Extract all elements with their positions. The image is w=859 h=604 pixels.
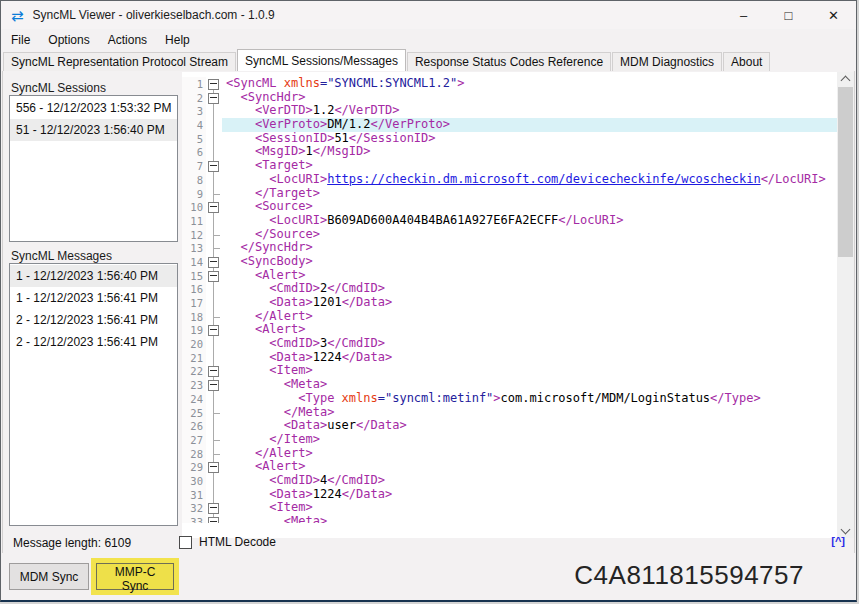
fold-margin[interactable]: [206, 159, 222, 173]
list-item[interactable]: 1 - 12/12/2023 1:56:41 PM: [10, 287, 177, 309]
code-token: <VerDTD>: [255, 103, 313, 117]
tab-response-status-codes-reference[interactable]: Response Status Codes Reference: [407, 52, 611, 71]
fold-collapse-icon[interactable]: [208, 462, 219, 473]
tab-mdm-diagnostics[interactable]: MDM Diagnostics: [612, 52, 722, 71]
mmpc-sync-button[interactable]: MMP-C Sync: [96, 563, 174, 590]
html-decode-checkbox[interactable]: [179, 536, 192, 549]
fold-collapse-icon[interactable]: [208, 93, 219, 104]
list-item[interactable]: 51 - 12/12/2023 1:56:40 PM: [10, 119, 177, 141]
fold-margin[interactable]: [206, 269, 222, 283]
editor-scrollbar[interactable]: [837, 72, 854, 538]
fold-end-tick: [214, 317, 220, 318]
scrollbar-thumb[interactable]: [838, 87, 853, 257]
code-line: 8 <LocURI>https://checkin.dm.microsoft.c…: [182, 173, 837, 187]
fold-margin[interactable]: [206, 378, 222, 392]
fold-connector-line: [213, 488, 214, 502]
code-token: </VerProto>: [371, 117, 450, 131]
fold-margin[interactable]: [206, 501, 222, 515]
fold-margin: [206, 419, 222, 433]
html-decode-control[interactable]: HTML Decode: [179, 535, 276, 549]
sessions-listbox[interactable]: 556 - 12/12/2023 1:53:32 PM51 - 12/12/20…: [9, 95, 178, 242]
code-text: </Item>: [222, 433, 837, 447]
minimize-button[interactable]: –: [721, 1, 766, 29]
fold-margin[interactable]: [206, 515, 222, 523]
code-lines: 1<SyncML xmlns="SYNCML:SYNCML1.2">2 <Syn…: [182, 77, 837, 523]
line-number: 11: [182, 214, 206, 228]
fold-connector-line: [213, 474, 214, 488]
fold-margin: [206, 351, 222, 365]
code-line: 21 <Data>1224</Data>: [182, 351, 837, 365]
fold-connector-line: [213, 132, 214, 146]
list-item[interactable]: 2 - 12/12/2023 1:56:41 PM: [10, 309, 177, 331]
list-item[interactable]: 556 - 12/12/2023 1:53:32 PM: [10, 97, 177, 119]
fold-margin: [206, 132, 222, 146]
mdm-sync-button[interactable]: MDM Sync: [9, 563, 89, 590]
code-token: <MsgID>: [255, 144, 306, 158]
fold-collapse-icon[interactable]: [208, 503, 219, 514]
code-text: <Data>1201</Data>: [222, 296, 837, 310]
fold-margin[interactable]: [206, 323, 222, 337]
code-token: </Type>: [710, 391, 761, 405]
code-line: 5 <SessionID>51</SessionID>: [182, 132, 837, 146]
fold-collapse-icon[interactable]: [208, 202, 219, 213]
scroll-up-icon[interactable]: [837, 72, 854, 86]
code-token: <LocURI>: [269, 172, 327, 186]
code-text: </Target>: [222, 187, 837, 201]
fold-margin: [206, 228, 222, 242]
code-token: <Item>: [269, 500, 312, 514]
code-text: <CmdID>2</CmdID>: [222, 282, 837, 296]
fold-collapse-icon[interactable]: [208, 366, 219, 377]
line-number: 12: [182, 228, 206, 242]
code-line: 29 <Alert>: [182, 460, 837, 474]
line-number: 27: [182, 433, 206, 447]
fold-margin[interactable]: [206, 255, 222, 269]
fold-margin[interactable]: [206, 200, 222, 214]
fold-end-tick: [214, 413, 220, 414]
line-number: 19: [182, 323, 206, 337]
fold-margin: [206, 447, 222, 461]
fold-collapse-icon[interactable]: [208, 271, 219, 282]
messages-listbox[interactable]: 1 - 12/12/2023 1:56:40 PM1 - 12/12/2023 …: [9, 263, 178, 526]
code-line: 12 </Source>: [182, 228, 837, 242]
fold-margin[interactable]: [206, 91, 222, 105]
fold-collapse-icon[interactable]: [208, 380, 219, 391]
scroll-to-top-link[interactable]: [^]: [831, 535, 845, 547]
fold-margin[interactable]: [206, 77, 222, 91]
code-text: <Meta>: [222, 378, 837, 392]
menu-item-options[interactable]: Options: [39, 31, 98, 49]
xml-editor[interactable]: 1<SyncML xmlns="SYNCML:SYNCML1.2">2 <Syn…: [182, 72, 854, 538]
menu-item-actions[interactable]: Actions: [99, 31, 156, 49]
list-item[interactable]: 2 - 12/12/2023 1:56:41 PM: [10, 331, 177, 353]
code-line: 2 <SyncHdr>: [182, 91, 837, 105]
url-link[interactable]: https://checkin.dm.microsoft.com/devicec…: [327, 172, 760, 186]
fold-margin[interactable]: [206, 460, 222, 474]
fold-collapse-icon[interactable]: [208, 161, 219, 172]
code-line: 32 <Item>: [182, 501, 837, 515]
close-button[interactable]: ✕: [811, 1, 856, 29]
fold-margin: [206, 310, 222, 324]
code-token: <SyncML: [226, 77, 284, 90]
line-number: 29: [182, 460, 206, 474]
maximize-button[interactable]: □: [766, 1, 811, 29]
fold-collapse-icon[interactable]: [208, 79, 219, 90]
tab-syncml-sessions-messages[interactable]: SyncML Sessions/Messages: [237, 49, 406, 71]
code-token: <SyncHdr>: [240, 90, 305, 104]
fold-collapse-icon[interactable]: [208, 257, 219, 268]
line-number: 13: [182, 241, 206, 255]
fold-collapse-icon[interactable]: [208, 517, 219, 523]
menu-item-help[interactable]: Help: [156, 31, 199, 49]
code-line: 33 <Meta>: [182, 515, 837, 523]
fold-margin[interactable]: [206, 364, 222, 378]
code-token: >: [457, 77, 464, 90]
menu-item-file[interactable]: File: [2, 31, 39, 49]
list-item[interactable]: 1 - 12/12/2023 1:56:40 PM: [10, 265, 177, 287]
code-token: 1: [305, 144, 312, 158]
tab-syncml-representation-protocol-stream[interactable]: SyncML Representation Protocol Stream: [3, 52, 236, 71]
line-number: 31: [182, 488, 206, 502]
tab-about[interactable]: About: [723, 52, 770, 71]
code-line: 16 <CmdID>2</CmdID>: [182, 282, 837, 296]
code-line: 28 </Alert>: [182, 447, 837, 461]
fold-collapse-icon[interactable]: [208, 325, 219, 336]
code-token: <Type: [298, 391, 341, 405]
code-text: <LocURI>B609AD600A404B4BA61A927E6FA2ECFF…: [222, 214, 837, 228]
